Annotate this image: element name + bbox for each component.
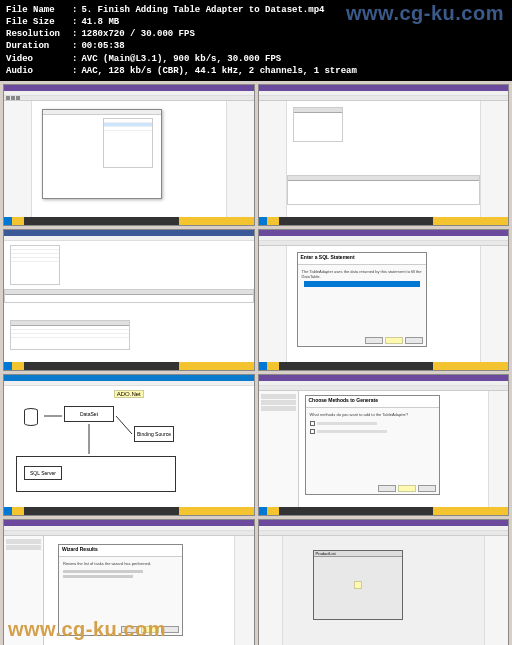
thumbnail-4-sql-wizard[interactable]: Enter a SQL Statement The TableAdapter u…	[258, 229, 510, 371]
methods-wizard: Choose Methods to Generate What methods …	[305, 395, 440, 495]
tree-node	[261, 394, 296, 399]
meta-value: AAC, 128 kb/s (CBR), 44.1 kHz, 2 channel…	[81, 65, 356, 77]
toolbox-sidebar	[259, 246, 287, 362]
meta-label: File Size	[6, 16, 68, 28]
properties-sidebar	[484, 536, 508, 645]
window-body	[4, 101, 254, 217]
thumbnail-1-query-builder[interactable]	[3, 84, 255, 226]
checkbox-label	[317, 422, 377, 425]
wizard-heading: Enter a SQL Statement	[298, 253, 426, 265]
grid-header	[5, 290, 253, 295]
start-button-icon	[4, 362, 12, 370]
meta-resolution: Resolution : 1280x720 / 30.000 FPS	[6, 28, 506, 40]
meta-label: File Name	[6, 4, 68, 16]
thumbnail-2-data-grid[interactable]	[258, 84, 510, 226]
checkbox-label	[317, 430, 387, 433]
window-body	[259, 101, 509, 217]
window-body	[4, 241, 254, 362]
thumbnail-3-table-designer[interactable]	[3, 229, 255, 371]
designer-canvas: Choose Methods to Generate What methods …	[299, 391, 489, 507]
dataset-box: DataSet	[64, 406, 114, 422]
svg-line-1	[116, 416, 132, 434]
properties-sidebar	[226, 101, 254, 217]
meta-sep: :	[72, 65, 77, 77]
wizard-body: What methods do you want to add to the T…	[306, 408, 439, 438]
thumbnail-6-methods-wizard[interactable]: Choose Methods to Generate What methods …	[258, 374, 510, 516]
checkbox-icon	[310, 429, 315, 434]
grid-header	[288, 176, 480, 181]
form-title: ProductList	[314, 551, 402, 557]
table-schema-box	[293, 107, 343, 142]
meta-value: AVC (Main@L3.1), 900 kb/s, 30.000 FPS	[81, 53, 281, 65]
criteria-grid	[4, 289, 254, 303]
list-item	[104, 127, 152, 131]
cancel-button	[405, 337, 423, 344]
designer-canvas	[287, 101, 481, 217]
wizard-text: Review the list of tasks the wizard has …	[63, 561, 178, 566]
window-body: ProductList	[259, 536, 509, 645]
windows-taskbar	[4, 362, 254, 370]
properties-sidebar	[480, 246, 508, 362]
result-line	[63, 570, 143, 573]
watermark-bottom: www.cg-ku.com	[8, 618, 166, 641]
meta-sep: :	[72, 53, 77, 65]
list-item	[11, 258, 59, 262]
diagram-canvas: ADO.Net DataSet Binding Source SQL Serve…	[4, 386, 254, 507]
next-button	[385, 337, 403, 344]
windows-taskbar	[259, 362, 509, 370]
checkbox-row-return	[310, 429, 435, 434]
properties-sidebar	[234, 536, 254, 645]
wizard-heading: Choose Methods to Generate	[306, 396, 439, 408]
windows-taskbar	[4, 217, 254, 225]
sql-textarea-selected	[304, 281, 420, 287]
meta-sep: :	[72, 16, 77, 28]
back-button	[365, 337, 383, 344]
highlighted-control	[354, 581, 362, 589]
solution-explorer	[259, 391, 299, 507]
start-button-icon	[259, 217, 267, 225]
watermark-top: www.cg-ku.com	[346, 2, 504, 25]
meta-sep: :	[72, 28, 77, 40]
meta-value: 41.8 MB	[81, 16, 119, 28]
meta-audio: Audio : AAC, 128 kb/s (CBR), 44.1 kHz, 2…	[6, 65, 506, 77]
tree-node	[6, 539, 41, 544]
toolbox-sidebar	[259, 101, 287, 217]
window-body: Enter a SQL Statement The TableAdapter u…	[259, 246, 509, 362]
toolbox-sidebar	[4, 101, 32, 217]
table-header	[294, 108, 342, 113]
meta-value: 00:05:38	[81, 40, 124, 52]
meta-video: Video : AVC (Main@L3.1), 900 kb/s, 30.00…	[6, 53, 506, 65]
wizard-buttons	[365, 337, 423, 344]
toolbar-icon	[6, 96, 10, 100]
winform-surface: ProductList	[313, 550, 403, 620]
query-builder-dialog	[42, 109, 162, 199]
toolbar-icon	[11, 96, 15, 100]
designer-canvas	[32, 101, 226, 217]
meta-label: Video	[6, 53, 68, 65]
result-line	[63, 575, 133, 578]
tree-node	[261, 400, 296, 405]
wizard-text: The TableAdapter uses the data returned …	[298, 265, 426, 293]
meta-value: 5. Finish Adding Table Adapter to Datase…	[81, 4, 324, 16]
meta-sep: :	[72, 4, 77, 16]
thumbnail-8-form-designer[interactable]: ProductList	[258, 519, 510, 645]
next-button	[398, 485, 416, 492]
start-button-icon	[4, 507, 12, 515]
start-button-icon	[4, 217, 12, 225]
lower-group-box	[16, 456, 176, 492]
meta-label: Resolution	[6, 28, 68, 40]
wizard-heading: Wizard Results	[59, 545, 182, 557]
toolbar-icon	[16, 96, 20, 100]
designer-canvas: Enter a SQL Statement The TableAdapter u…	[287, 246, 481, 362]
windows-taskbar	[4, 507, 254, 515]
results-rows	[10, 320, 130, 350]
start-button-icon	[259, 362, 267, 370]
back-button	[378, 485, 396, 492]
toolbox-sidebar	[259, 536, 283, 645]
start-button-icon	[259, 507, 267, 515]
windows-taskbar	[259, 507, 509, 515]
add-table-dialog	[103, 118, 153, 168]
dialog-title	[43, 110, 161, 115]
thumbnail-5-adonet-diagram[interactable]: ADO.Net DataSet Binding Source SQL Serve…	[3, 374, 255, 516]
results-grid	[287, 175, 481, 205]
